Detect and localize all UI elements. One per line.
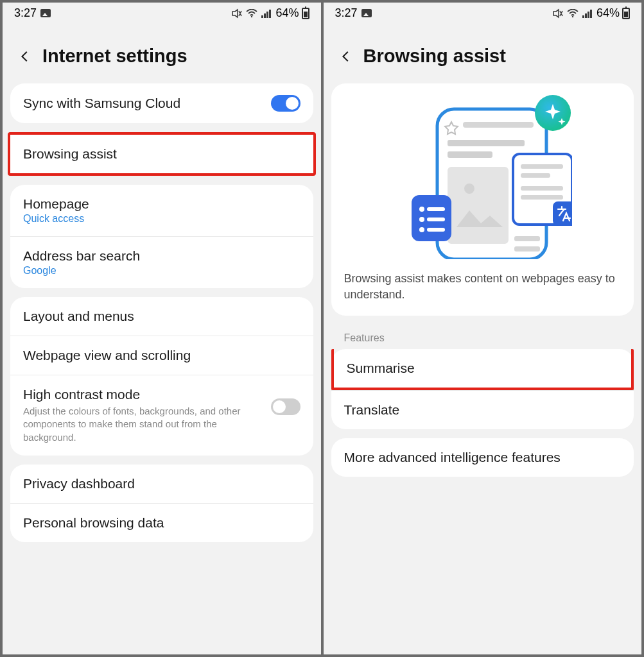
image-icon [40, 9, 51, 17]
page-title: Browsing assist [363, 46, 506, 67]
settings-group-3: Layout and menus Webpage view and scroll… [10, 297, 313, 456]
homepage-sub: Quick access [23, 213, 84, 225]
summarise-label: Summarise [347, 361, 415, 376]
features-section-label: Features [324, 325, 642, 349]
more-features-group: More advanced intelligence features [331, 438, 634, 477]
browsing-assist-label: Browsing assist [23, 146, 117, 162]
battery-percentage: 64% [275, 6, 299, 20]
svg-rect-4 [269, 10, 271, 18]
svg-point-5 [572, 15, 573, 17]
svg-rect-16 [514, 236, 540, 241]
svg-rect-1 [261, 15, 263, 18]
page-header: Internet settings [3, 22, 321, 83]
personal-browsing-row[interactable]: Personal browsing data [10, 503, 313, 542]
image-icon [361, 9, 372, 17]
homepage-title: Homepage [23, 196, 89, 212]
features-group: Summarise Translate [331, 349, 634, 429]
back-icon[interactable] [18, 49, 32, 64]
signal-icon [261, 9, 272, 18]
svg-rect-12 [448, 140, 525, 146]
translate-row[interactable]: Translate [331, 390, 634, 429]
svg-rect-3 [266, 12, 268, 18]
svg-rect-26 [427, 207, 445, 211]
wifi-icon [567, 9, 579, 18]
battery-icon [622, 8, 630, 19]
settings-group-1: Sync with Samsung Cloud [10, 83, 313, 123]
status-time: 3:27 [335, 6, 358, 20]
svg-rect-17 [514, 246, 540, 252]
high-contrast-desc: Adjust the colours of fonts, backgrounds… [23, 405, 248, 444]
page-header: Browsing assist [324, 22, 642, 83]
browsing-assist-row[interactable]: Browsing assist [10, 135, 313, 173]
settings-group-2: Homepage Quick access Address bar search… [10, 185, 313, 288]
svg-rect-11 [463, 122, 534, 128]
back-icon[interactable] [339, 49, 353, 64]
translate-label: Translate [344, 402, 400, 418]
svg-point-25 [419, 207, 424, 212]
battery-percentage: 64% [596, 6, 620, 20]
svg-rect-21 [521, 186, 563, 191]
svg-point-29 [419, 227, 424, 232]
wifi-icon [246, 9, 257, 18]
signal-icon [582, 9, 593, 18]
status-bar: 3:27 64% [3, 3, 321, 22]
webpage-view-row[interactable]: Webpage view and scrolling [10, 336, 313, 375]
svg-rect-20 [521, 173, 550, 178]
left-screenshot: 3:27 64% Internet settings Sync with Sam… [3, 3, 321, 654]
summarise-row[interactable]: Summarise [331, 349, 634, 390]
svg-point-15 [464, 183, 474, 194]
high-contrast-title: High contrast mode [23, 387, 248, 402]
address-bar-row[interactable]: Address bar search Google [10, 236, 313, 288]
svg-rect-23 [553, 201, 572, 226]
svg-rect-13 [448, 151, 492, 158]
status-time: 3:27 [14, 6, 37, 20]
address-bar-title: Address bar search [23, 248, 140, 264]
layout-menus-row[interactable]: Layout and menus [10, 297, 313, 336]
high-contrast-row[interactable]: High contrast mode Adjust the colours of… [10, 375, 313, 456]
browsing-assist-row-highlight: Browsing assist [8, 132, 316, 176]
sync-label: Sync with Samsung Cloud [23, 96, 180, 111]
svg-point-27 [419, 217, 424, 222]
svg-rect-9 [590, 10, 592, 18]
mute-icon [231, 8, 243, 19]
svg-rect-19 [521, 164, 563, 169]
sync-toggle[interactable] [271, 95, 300, 112]
webpage-view-label: Webpage view and scrolling [23, 348, 191, 363]
page-title: Internet settings [42, 46, 187, 67]
svg-rect-6 [582, 15, 584, 18]
settings-group-4: Privacy dashboard Personal browsing data [10, 465, 313, 542]
layout-menus-label: Layout and menus [23, 309, 134, 324]
more-advanced-row[interactable]: More advanced intelligence features [331, 438, 634, 477]
right-screenshot: 3:27 64% Browsing assist [324, 3, 642, 654]
personal-browsing-label: Personal browsing data [23, 515, 164, 531]
status-bar: 3:27 64% [324, 3, 642, 22]
browsing-assist-illustration [392, 92, 572, 259]
privacy-dashboard-label: Privacy dashboard [23, 476, 135, 491]
mute-icon [552, 8, 564, 19]
address-bar-sub: Google [23, 265, 57, 277]
privacy-dashboard-row[interactable]: Privacy dashboard [10, 465, 313, 503]
svg-rect-2 [264, 13, 266, 18]
svg-rect-30 [427, 228, 445, 232]
browsing-assist-info-card: Browsing assist makes content on webpage… [331, 83, 634, 316]
svg-point-0 [251, 15, 252, 17]
homepage-row[interactable]: Homepage Quick access [10, 185, 313, 236]
battery-icon [302, 8, 309, 19]
svg-rect-7 [585, 13, 587, 18]
svg-rect-28 [427, 218, 445, 221]
svg-rect-8 [587, 12, 589, 18]
more-advanced-label: More advanced intelligence features [344, 450, 561, 465]
high-contrast-toggle[interactable] [271, 398, 300, 415]
svg-rect-14 [448, 167, 509, 244]
browsing-assist-description: Browsing assist makes content on webpage… [344, 271, 622, 303]
sync-samsung-cloud-row[interactable]: Sync with Samsung Cloud [10, 83, 313, 123]
svg-rect-22 [521, 195, 563, 200]
